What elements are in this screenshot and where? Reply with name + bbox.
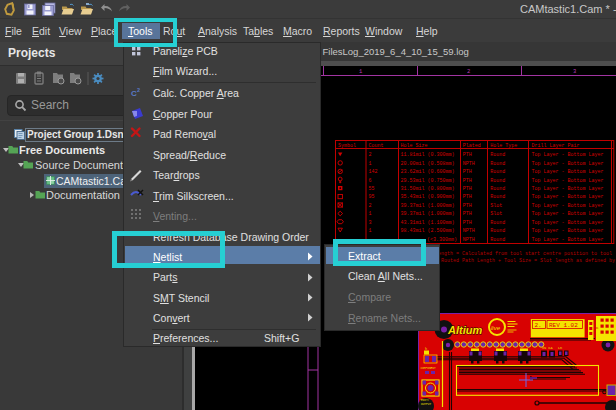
svg-text:i.e. Routed Path Length + Tool: i.e. Routed Path Length + Tool Size = Sl… (426, 258, 615, 264)
svg-text:Ln: Ln (558, 346, 562, 350)
svg-text:Top Layer - Bottom Layer: Top Layer - Bottom Layer (532, 220, 604, 226)
svg-text:PTH: PTH (463, 211, 472, 217)
svg-text:6: 6 (369, 178, 372, 184)
svg-text:Slot: Slot (490, 203, 502, 209)
svg-text:Top Layer - Bottom Layer: Top Layer - Bottom Layer (532, 169, 604, 175)
svg-text:live: live (491, 325, 501, 331)
svg-text:2.: 2. (535, 322, 542, 329)
svg-text:11.81mil (0.300mm): 11.81mil (0.300mm) (401, 152, 455, 158)
svg-text:Drill Layer Pair: Drill Layer Pair (532, 143, 580, 149)
svg-text:PTH: PTH (463, 220, 472, 226)
svg-text:Top Layer - Bottom Layer: Top Layer - Bottom Layer (532, 152, 604, 158)
svg-text:2: 2 (467, 68, 470, 75)
svg-text:Hole Size: Hole Size (401, 143, 428, 149)
svg-text:Altium: Altium (447, 324, 482, 336)
svg-text:Top Layer - Bottom Layer: Top Layer - Bottom Layer (532, 237, 604, 243)
svg-text:(<3.300mm): (<3.300mm) (427, 237, 457, 243)
svg-text:OUTPUT: OUTPUT (421, 403, 431, 406)
svg-text:98.43mil (2.500mm): 98.43mil (2.500mm) (401, 228, 455, 234)
svg-text:NPTH: NPTH (463, 237, 475, 243)
svg-text:PTH: PTH (463, 194, 472, 200)
svg-text:Top Layer - Bottom Layer: Top Layer - Bottom Layer (532, 203, 604, 209)
svg-text:Round: Round (490, 186, 505, 192)
svg-text:95: 95 (369, 194, 375, 200)
svg-text:EDIT/: EDIT/ (421, 398, 430, 402)
svg-text:COMPONENT: COMPONENT (421, 367, 436, 370)
svg-text:REV 1.02: REV 1.02 (549, 322, 578, 329)
svg-text:PTH: PTH (463, 178, 472, 184)
svg-text:Round: Round (490, 169, 505, 175)
svg-text:29.53mil (0.750mm): 29.53mil (0.750mm) (401, 178, 455, 184)
svg-text:Slot: Slot (490, 211, 502, 217)
svg-text:1: 1 (369, 211, 372, 217)
svg-text:Round: Round (490, 152, 505, 158)
svg-text:Count: Count (369, 143, 384, 149)
svg-text:IN CA: IN CA (542, 346, 553, 350)
svg-text:Top Layer - Bottom Layer: Top Layer - Bottom Layer (532, 228, 604, 234)
svg-text:Round: Round (490, 194, 505, 200)
svg-text:Round: Round (490, 228, 505, 234)
svg-text:PTH: PTH (463, 203, 472, 209)
svg-text:Symbol: Symbol (338, 143, 356, 149)
svg-text:39.37mil (1.000mm): 39.37mil (1.000mm) (401, 203, 455, 209)
svg-text:Round: Round (490, 161, 505, 167)
svg-text:2: 2 (137, 87, 140, 93)
svg-text:2: 2 (369, 152, 372, 158)
svg-text:20.00mil (0.508mm): 20.00mil (0.508mm) (401, 161, 455, 167)
svg-text:PTH: PTH (463, 152, 472, 158)
svg-text:23.62mil (0.600mm): 23.62mil (0.600mm) (401, 169, 455, 175)
svg-text:Hole Type: Hole Type (490, 143, 517, 149)
svg-text:Top Layer - Bottom Layer: Top Layer - Bottom Layer (532, 194, 604, 200)
svg-text:43.31mil (1.100mm): 43.31mil (1.100mm) (401, 220, 455, 226)
svg-text:Round: Round (490, 237, 505, 243)
svg-text:3: 3 (369, 220, 372, 226)
svg-text:NPTH: NPTH (463, 161, 475, 167)
svg-text:Round: Round (490, 220, 505, 226)
svg-text:h: h (425, 347, 427, 351)
svg-text:Plated: Plated (463, 143, 481, 149)
svg-text:35.43mil (0.900mm): 35.43mil (0.900mm) (401, 194, 455, 200)
svg-text:PTH: PTH (463, 169, 472, 175)
svg-text:3: 3 (573, 68, 576, 75)
svg-text:Top Layer - Bottom Layer: Top Layer - Bottom Layer (532, 161, 604, 167)
svg-text:2: 2 (369, 203, 372, 209)
svg-text:Top Layer - Bottom Layer: Top Layer - Bottom Layer (532, 211, 604, 217)
svg-text:Slot Length = Calculated from: Slot Length = Calculated from tool start… (420, 251, 612, 257)
svg-text:1: 1 (369, 228, 372, 234)
svg-text:1: 1 (369, 161, 372, 167)
svg-text:142: 142 (369, 169, 378, 175)
svg-text:PTH: PTH (463, 186, 472, 192)
svg-text:NPTH: NPTH (463, 228, 475, 234)
svg-text:Top Layer - Bottom Layer: Top Layer - Bottom Layer (532, 178, 604, 184)
svg-text:55: 55 (369, 186, 375, 192)
svg-text:31.50mil (0.800mm): 31.50mil (0.800mm) (401, 186, 455, 192)
svg-text:Round: Round (490, 178, 505, 184)
svg-text:Top Layer - Bottom Layer: Top Layer - Bottom Layer (532, 186, 604, 192)
svg-text:39.37mil (1.000mm): 39.37mil (1.000mm) (401, 211, 455, 217)
svg-text:1: 1 (359, 68, 363, 75)
